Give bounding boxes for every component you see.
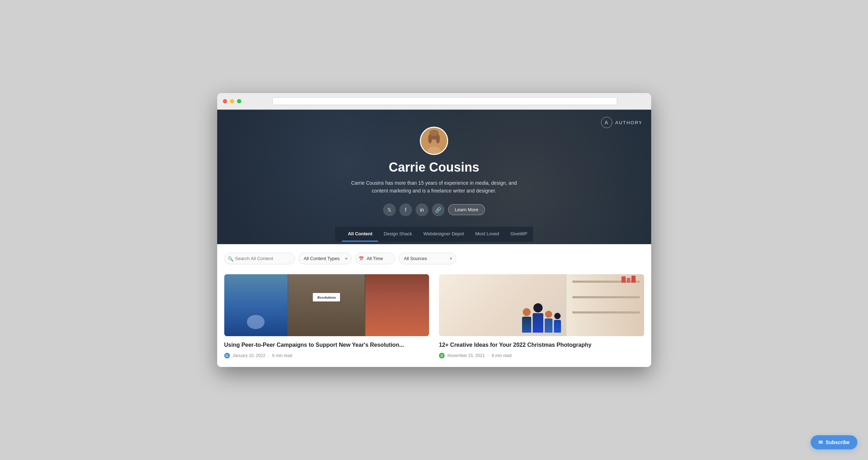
subscribe-button[interactable]: ✉ Subscribe <box>811 435 857 449</box>
link-button[interactable]: 🔗 <box>432 203 445 216</box>
content-types-select[interactable]: All Content Types Articles Videos Podcas… <box>299 253 352 264</box>
tab-design-shack[interactable]: Design Shack <box>378 227 418 242</box>
close-window-button[interactable] <box>223 99 227 103</box>
family-figures <box>522 303 561 336</box>
article-card[interactable]: 12+ Creative Ideas for Your 2022 Christm… <box>439 274 644 358</box>
article-date: November 15, 2021 <box>447 353 485 358</box>
search-wrap: 🔍 <box>224 253 295 264</box>
hero-content: Carrie Cousins Carrie Cousins has more t… <box>349 127 519 227</box>
image-col-1 <box>224 274 288 336</box>
image-col-3 <box>365 274 429 336</box>
logo-circle: A <box>601 117 612 128</box>
date-filter: All Time Last Week Last Month Last Year <box>355 253 395 264</box>
separator: · <box>268 353 269 358</box>
search-icon: 🔍 <box>228 256 233 261</box>
envelope-icon: ✉ <box>818 439 823 445</box>
twitter-button[interactable]: 𝕏 <box>383 203 396 216</box>
article-title: 12+ Creative Ideas for Your 2022 Christm… <box>439 341 644 349</box>
article-meta: G January 10, 2022 · 6 min read <box>224 353 429 358</box>
url-bar[interactable] <box>272 97 617 105</box>
article-image-1 <box>224 274 429 336</box>
content-area: 🔍 All Content Types Articles Videos Podc… <box>217 244 651 367</box>
tab-webdesigner-depot[interactable]: Webdesigner Depot <box>418 227 470 242</box>
search-input[interactable] <box>224 253 295 264</box>
tabs-bar: All Content Design Shack Webdesigner Dep… <box>335 227 533 242</box>
facebook-button[interactable]: f <box>399 203 412 216</box>
social-bar: 𝕏 f in 🔗 Learn More <box>383 203 485 216</box>
avatar <box>420 127 448 155</box>
linkedin-icon: in <box>420 207 424 213</box>
logo-letter: A <box>605 120 609 125</box>
sources-select[interactable]: All Sources Design Shack Webdesigner Dep… <box>399 253 456 264</box>
separator: · <box>487 353 488 358</box>
source-dot: G <box>224 353 230 358</box>
facebook-icon: f <box>405 207 406 213</box>
hero-section: A AUTHORY Carrie Cousins <box>217 110 651 244</box>
article-image-2 <box>439 274 644 336</box>
link-icon: 🔗 <box>435 207 441 213</box>
source-dot: D <box>439 353 445 358</box>
image-col-2 <box>288 274 365 336</box>
tab-all-content[interactable]: All Content <box>342 227 378 242</box>
content-types-filter: All Content Types Articles Videos Podcas… <box>299 253 352 264</box>
browser-window: A AUTHORY Carrie Cousins <box>217 93 651 367</box>
author-name: Carrie Cousins <box>389 160 479 175</box>
author-bio: Carrie Cousins has more than 15 years of… <box>349 179 519 195</box>
linkedin-button[interactable]: in <box>416 203 428 216</box>
tab-givewp[interactable]: GiveWP <box>505 227 533 242</box>
browser-chrome <box>217 93 651 110</box>
filter-bar: 🔍 All Content Types Articles Videos Podc… <box>224 253 644 264</box>
read-time: 8 min read <box>492 353 512 358</box>
article-meta: D November 15, 2021 · 8 min read <box>439 353 644 358</box>
tab-most-loved[interactable]: Most Loved <box>470 227 505 242</box>
logo-text: AUTHORY <box>615 120 642 125</box>
sources-filter: All Sources Design Shack Webdesigner Dep… <box>399 253 456 264</box>
article-date: January 10, 2022 <box>233 353 266 358</box>
twitter-icon: 𝕏 <box>387 207 391 213</box>
learn-more-button[interactable]: Learn More <box>448 204 485 215</box>
date-select[interactable]: All Time Last Week Last Month Last Year <box>355 253 395 264</box>
articles-grid: Using Peer-to-Peer Campaigns to Support … <box>224 274 644 358</box>
authory-logo: A AUTHORY <box>601 117 642 128</box>
article-card[interactable]: Using Peer-to-Peer Campaigns to Support … <box>224 274 429 358</box>
maximize-window-button[interactable] <box>237 99 241 103</box>
minimize-window-button[interactable] <box>230 99 234 103</box>
article-title: Using Peer-to-Peer Campaigns to Support … <box>224 341 429 349</box>
subscribe-label: Subscribe <box>826 439 850 445</box>
svg-point-7 <box>429 130 439 136</box>
read-time: 6 min read <box>272 353 293 358</box>
